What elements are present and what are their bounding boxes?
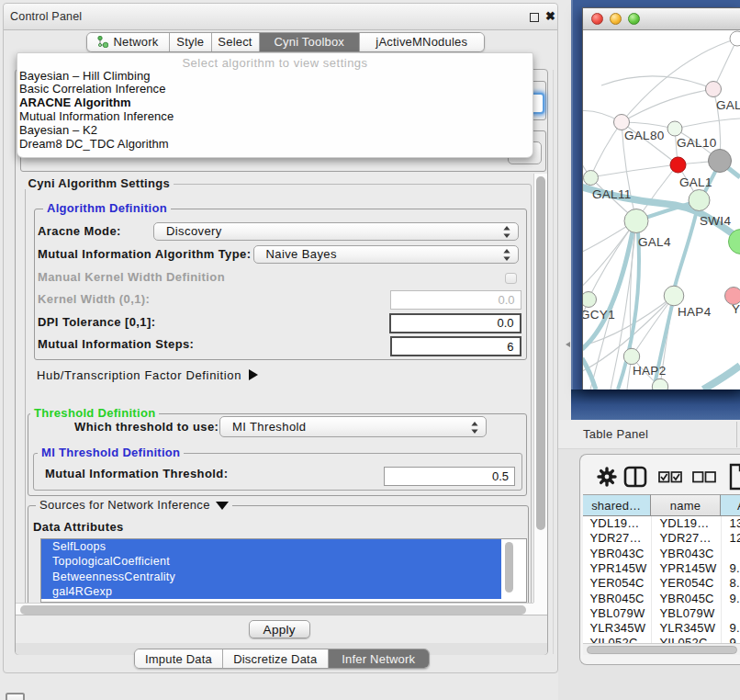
network-node-HAP4[interactable] <box>664 286 684 306</box>
network-node-HAP2[interactable] <box>623 348 639 364</box>
algorithm-definition-group: Algorithm Definition Aracne Mode: Discov… <box>34 209 527 360</box>
sources-title[interactable]: Sources for Network Inference <box>36 499 232 511</box>
settings-vertical-scrollbar[interactable] <box>533 174 547 604</box>
kernel-width-label: Kernel Width (0,1): <box>38 292 150 306</box>
table-cell: 12 <box>730 531 740 546</box>
float-window-icon[interactable] <box>530 13 539 22</box>
table-horizontal-scrollbar-thumb[interactable] <box>587 646 737 654</box>
attribute-item[interactable]: BetweennessCentrality <box>41 570 501 584</box>
data-attributes-list[interactable]: SelfLoopsTopologicalCoefficientBetweenne… <box>40 538 527 603</box>
network-node-gray-node[interactable] <box>709 150 732 173</box>
tab-cyni-toolbox[interactable]: Cyni Toolbox <box>260 33 361 52</box>
kernel-width-field[interactable]: 0.0 <box>390 290 521 310</box>
algorithm-option[interactable]: Dream8 DC_TDC Algorithm <box>17 138 533 152</box>
minimize-traffic-light[interactable] <box>610 13 622 25</box>
bottom-tab-discretize-data[interactable]: Discretize Data <box>223 649 329 668</box>
table-row[interactable]: YDR27…YDR27…12 <box>583 531 740 546</box>
settings-vertical-scrollbar-thumb[interactable] <box>536 176 545 530</box>
network-node-GAL2[interactable] <box>706 82 722 97</box>
table-row[interactable]: YBL079WYBL079W <box>583 606 740 621</box>
uncheck-all-icon[interactable] <box>692 471 716 483</box>
file-icon[interactable] <box>728 463 740 491</box>
attribute-item[interactable]: gal4RGexp <box>41 584 501 599</box>
gear-icon[interactable] <box>596 466 618 488</box>
aracne-mode-combobox[interactable]: Discovery <box>153 222 519 241</box>
settings-horizontal-scrollbar[interactable] <box>16 603 533 615</box>
check-all-icon[interactable] <box>658 471 682 483</box>
mi-type-combobox[interactable]: Naive Bayes <box>253 245 520 264</box>
manual-kernel-checkbox[interactable] <box>505 273 517 284</box>
scrollbar-corner <box>533 603 547 615</box>
aracne-mode-value: Discovery <box>166 224 222 238</box>
attributes-scrollbar-thumb[interactable] <box>505 542 513 593</box>
mi-steps-value: 6 <box>507 340 513 354</box>
network-edge-thick[interactable] <box>583 358 596 390</box>
attribute-item[interactable]: SelfLoops <box>41 539 501 554</box>
mi-threshold-value: 0.5 <box>492 469 509 483</box>
mi-steps-field[interactable]: 6 <box>390 336 521 356</box>
node-label-GAL2: GAL2 <box>716 98 740 112</box>
column-header-1[interactable]: shared… <box>583 494 652 516</box>
table-row[interactable]: YBR043CYBR043C <box>583 547 740 561</box>
mi-threshold-field[interactable]: 0.5 <box>384 467 515 486</box>
close-icon[interactable]: ✖ <box>545 9 555 23</box>
network-edge[interactable] <box>601 76 713 89</box>
tab-jactivemnodules[interactable]: jActiveMNodules <box>360 33 484 52</box>
algorithm-option[interactable]: Mutual Information Inference <box>17 110 533 124</box>
table-cell: YDL19… <box>590 516 640 531</box>
splitter-arrow-icon[interactable] <box>566 342 570 347</box>
column-header-2[interactable]: name <box>651 494 721 516</box>
network-edge-thick[interactable] <box>703 366 740 390</box>
algorithm-option[interactable]: Bayesian – Hill Climbing <box>17 70 533 84</box>
close-traffic-light[interactable] <box>591 13 603 25</box>
expand-arrow-icon <box>249 369 258 380</box>
collapsed-panel-button[interactable] <box>6 693 25 700</box>
table-row[interactable]: YPR145WYPR145W9. <box>583 561 740 576</box>
table-row[interactable]: YDL19…YDL19…13 <box>583 516 740 531</box>
network-window-titlebar[interactable] <box>583 8 740 30</box>
column-header-3[interactable]: Av <box>721 494 740 516</box>
split-columns-icon[interactable] <box>623 466 647 488</box>
network-node-GAL4[interactable] <box>624 209 648 233</box>
bottom-tab-impute-data[interactable]: Impute Data <box>135 649 223 668</box>
table-row[interactable]: YER054CYER054C8. <box>583 576 740 591</box>
tab-select[interactable]: Select <box>212 33 260 52</box>
which-threshold-combobox[interactable]: MI Threshold <box>219 416 487 437</box>
attribute-item[interactable]: TopologicalCoefficient <box>41 554 501 569</box>
network-edge[interactable] <box>590 122 622 177</box>
table-row[interactable]: YBR045CYBR045C9. <box>583 592 740 606</box>
algorithm-option[interactable]: ARACNE Algorithm <box>17 96 533 110</box>
network-node-GAL1[interactable] <box>670 157 686 173</box>
desktop-shadow-band <box>571 390 740 420</box>
network-node-GCY1[interactable] <box>583 292 597 308</box>
apply-button-label: Apply <box>263 623 296 637</box>
zoom-traffic-light[interactable] <box>628 13 640 25</box>
network-edge[interactable] <box>675 119 740 129</box>
network-node-GAL80[interactable] <box>614 115 630 130</box>
threshold-definition-group: Threshold Definition Which threshold to … <box>28 413 527 496</box>
control-panel-titlebar: Control Panel ✖ <box>4 4 557 30</box>
tab-style[interactable]: Style <box>170 33 212 52</box>
network-edge-thick[interactable] <box>675 210 697 287</box>
apply-button[interactable]: Apply <box>249 620 311 638</box>
dpi-tolerance-field[interactable]: 0.0 <box>389 313 521 334</box>
network-edge[interactable] <box>622 89 713 122</box>
hub-definition-row[interactable]: Hub/Transcription Factor Definition <box>37 367 258 382</box>
network-canvas[interactable]: GAL2GAL80GAL10GAL1GAL11SWI4GAL4GCY1HAP4Y… <box>583 30 740 390</box>
settings-horizontal-scrollbar-thumb[interactable] <box>20 605 526 615</box>
network-node-GAL10[interactable] <box>667 121 682 136</box>
network-edge[interactable] <box>590 164 678 177</box>
network-node-top-node[interactable] <box>730 31 740 46</box>
table-cell: 9. <box>730 561 740 576</box>
algorithm-option[interactable]: Bayesian – K2 <box>17 124 533 138</box>
table-horizontal-scrollbar[interactable] <box>583 643 740 655</box>
network-node-SWI4[interactable] <box>689 190 710 211</box>
network-edge-thick[interactable] <box>583 231 633 349</box>
network-node-GAL11[interactable] <box>584 171 599 186</box>
table-row[interactable]: YLR345WYLR345W9. <box>583 621 740 636</box>
tab-network[interactable]: Network <box>87 33 170 52</box>
algorithm-option[interactable]: Basic Correlation Inference <box>17 83 533 96</box>
node-table: shared…nameAvYDL19…YDL19…13YDR27…YDR27…1… <box>583 494 740 643</box>
tab-label: jActiveMNodules <box>376 35 467 49</box>
bottom-tab-infer-network[interactable]: Infer Network <box>329 649 430 668</box>
